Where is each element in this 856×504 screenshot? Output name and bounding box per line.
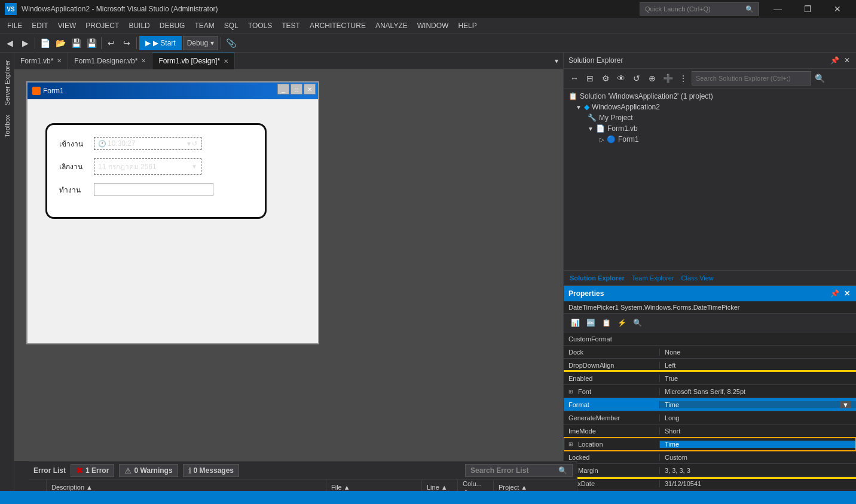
toolbar-separator-3 <box>136 37 137 49</box>
se-more-button[interactable]: ⋮ <box>676 71 690 85</box>
menu-analyze[interactable]: ANALYZE <box>371 19 412 32</box>
se-close-icon[interactable]: ✕ <box>843 55 851 66</box>
prop-value-format[interactable]: Time ▼ <box>659 401 856 408</box>
tree-item-solution[interactable]: 📋 Solution 'WindowsApplication2' (1 proj… <box>564 91 856 102</box>
prop-value-locked[interactable]: Custom <box>659 454 856 461</box>
se-refresh-button[interactable]: ↺ <box>629 71 644 85</box>
form-maximize-button[interactable]: □ <box>291 84 302 94</box>
se-tab-solution-explorer[interactable]: Solution Explorer <box>567 273 627 283</box>
prop-value-location[interactable]: Time <box>659 441 856 448</box>
work-row: ทำงาน <box>59 183 253 196</box>
error-search-input[interactable]: Search Error List 🔍 <box>465 464 573 477</box>
forward-button[interactable]: ▶ <box>18 36 32 50</box>
menu-test[interactable]: TEST <box>277 19 305 32</box>
menu-window[interactable]: WINDOW <box>412 19 454 32</box>
props-close-icon[interactable]: ✕ <box>843 288 851 299</box>
menu-sql[interactable]: SQL <box>219 19 243 32</box>
prop-row-locked: Locked Custom <box>564 451 856 464</box>
tab-form1-design[interactable]: Form1.vb [Design]* ✕ <box>152 53 235 69</box>
tab-form1-design-close[interactable]: ✕ <box>224 58 228 65</box>
se-search-icon[interactable]: 🔍 <box>812 71 827 85</box>
attach-button[interactable]: 📎 <box>224 36 238 50</box>
format-dropdown-icon[interactable]: ▼ <box>840 401 851 408</box>
se-add-button[interactable]: ➕ <box>661 71 675 85</box>
prop-value-enabled[interactable]: True <box>659 375 856 382</box>
props-search-button[interactable]: 🔍 <box>631 316 644 329</box>
back-button[interactable]: ◀ <box>2 36 17 50</box>
form-minimize-button[interactable]: _ <box>277 84 289 94</box>
work-input[interactable] <box>94 183 213 196</box>
date-label: เลิกงาน <box>59 161 89 172</box>
tab-expand-button[interactable]: ▾ <box>550 57 563 65</box>
tab-form1-vb[interactable]: Form1.vb* ✕ <box>14 53 68 69</box>
menu-team[interactable]: TEAM <box>189 19 219 32</box>
quick-launch-input[interactable]: Quick Launch (Ctrl+Q) 🔍 <box>640 2 759 16</box>
form-close-button[interactable]: ✕ <box>304 84 316 94</box>
tab-form1-vb-close[interactable]: ✕ <box>57 57 62 64</box>
save-button[interactable]: 💾 <box>69 36 83 50</box>
prop-value-font[interactable]: Microsoft Sans Serif, 8.25pt <box>659 388 856 395</box>
open-button[interactable]: 📂 <box>53 36 68 50</box>
properties-header: Properties 📌 ✕ <box>564 286 856 301</box>
tab-form1-designer-close[interactable]: ✕ <box>141 57 146 64</box>
se-filter-button[interactable]: ⊕ <box>645 71 659 85</box>
prop-label-location: Location <box>578 441 603 448</box>
prop-value-imemode[interactable]: Short <box>659 427 856 435</box>
prop-value-maxdate[interactable]: 31/12/10541 <box>659 480 856 487</box>
props-pin-icon[interactable]: 📌 <box>829 288 840 299</box>
minimize-button[interactable]: — <box>764 0 791 18</box>
menu-project[interactable]: PROJECT <box>81 19 124 32</box>
warning-filter-button[interactable]: ⚠ 0 Warnings <box>119 464 178 477</box>
new-project-button[interactable]: 📄 <box>38 36 52 50</box>
menu-help[interactable]: HELP <box>453 19 481 32</box>
se-collapse-button[interactable]: ⊟ <box>583 71 597 85</box>
props-events-button[interactable]: ⚡ <box>615 316 628 329</box>
form-body: เข้างาน 🕐 10:30:27 ▼ ↺ เลิกงาน 11 <box>27 99 318 343</box>
menu-file[interactable]: FILE <box>2 19 27 32</box>
se-preview-button[interactable]: 👁 <box>614 71 628 85</box>
menu-architecture[interactable]: ARCHITECTURE <box>305 19 371 32</box>
props-properties-button[interactable]: 📋 <box>600 316 613 329</box>
tree-item-form1vb[interactable]: ▼ 📄 Form1.vb <box>564 123 856 134</box>
tree-item-myproject[interactable]: 🔧 My Project <box>564 112 856 123</box>
menu-view[interactable]: VIEW <box>53 19 81 32</box>
sidebar-item-toolbox[interactable]: Toolbox <box>1 110 13 142</box>
prop-name-enabled: Enabled <box>564 375 659 382</box>
menu-debug[interactable]: DEBUG <box>155 19 190 32</box>
prop-value-margin[interactable]: 3, 3, 3, 3 <box>659 467 856 474</box>
se-sync-button[interactable]: ↔ <box>567 71 582 85</box>
tab-form1-designer[interactable]: Form1.Designer.vb* ✕ <box>68 53 152 69</box>
menu-edit[interactable]: EDIT <box>27 19 53 32</box>
prop-value-dock[interactable]: None <box>659 349 856 356</box>
sidebar-item-server-explorer[interactable]: Server Explorer <box>1 55 13 110</box>
close-button[interactable]: ✕ <box>824 0 851 18</box>
maximize-button[interactable]: ❐ <box>794 0 821 18</box>
error-filter-button[interactable]: ✖ 1 Error <box>71 464 114 477</box>
menu-tools[interactable]: TOOLS <box>243 19 277 32</box>
prop-value-generatemember[interactable]: Long <box>659 414 856 421</box>
debug-dropdown[interactable]: Debug ▾ <box>183 36 218 50</box>
se-tab-team-explorer[interactable]: Team Explorer <box>629 273 677 283</box>
tree-item-project-label: WindowsApplication2 <box>592 103 660 111</box>
tree-item-form1[interactable]: ▷ 🔵 Form1 <box>564 134 856 145</box>
prop-label-generatemember: GenerateMember <box>568 414 620 421</box>
tree-item-project[interactable]: ▼ ◆ WindowsApplication2 <box>564 102 856 112</box>
se-properties-button[interactable]: ⚙ <box>598 71 613 85</box>
prop-value-dropdownalign[interactable]: Left <box>659 362 856 369</box>
menu-build[interactable]: BUILD <box>124 19 154 32</box>
redo-button[interactable]: ↪ <box>120 36 134 50</box>
date-input-box[interactable]: 11 กรกฎาคม 2561 ▼ <box>94 158 201 175</box>
prop-name-imemode: ImeMode <box>564 427 659 435</box>
save-all-button[interactable]: 💾 <box>84 36 99 50</box>
time-input-box[interactable]: 🕐 10:30:27 ▼ ↺ <box>94 137 201 150</box>
message-filter-button[interactable]: ℹ 0 Messages <box>183 464 239 477</box>
props-alphabetical-button[interactable]: 🔤 <box>584 316 597 329</box>
prop-name-format: Format <box>564 401 659 408</box>
se-tab-class-view[interactable]: Class View <box>679 273 716 283</box>
start-button[interactable]: ▶ ▶ Start <box>139 36 182 50</box>
se-pin-icon[interactable]: 📌 <box>829 55 840 66</box>
se-search-input[interactable] <box>692 71 811 85</box>
props-categorized-button[interactable]: 📊 <box>568 316 582 329</box>
prop-name-customformat: CustomFormat <box>564 335 659 343</box>
undo-button[interactable]: ↩ <box>104 36 118 50</box>
